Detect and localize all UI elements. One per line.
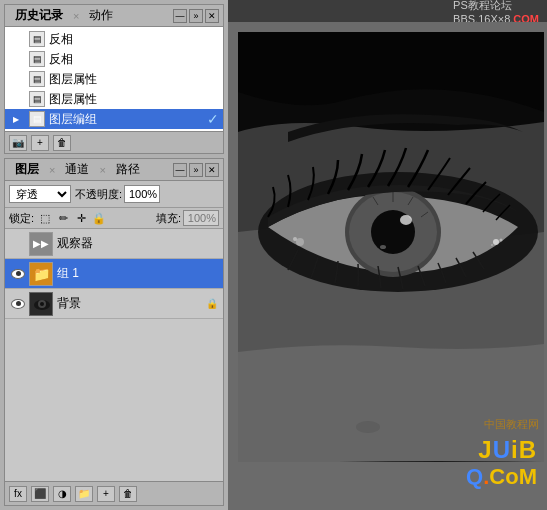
lock-transparent-icon[interactable]: ⬚ [38,211,52,225]
left-panel: 历史记录 × 动作 — » ✕ ▤ 反相 ▤ 反相 [0,0,228,510]
eye-illustration [238,32,544,462]
svg-point-17 [500,239,503,242]
history-item-2[interactable]: ▤ 反相 [5,49,223,69]
panel-expand-btn[interactable]: » [189,9,203,23]
layer-delete-btn[interactable]: 🗑 [119,486,137,502]
layer-1-icon: ▶▶ [29,232,53,256]
opacity-control: 不透明度: [75,185,160,203]
layer-item-3[interactable]: 背景 🔒 [5,289,223,319]
lock-controls-row: 锁定: ⬚ ✏ ✛ 🔒 填充: [5,208,223,229]
layer-3-name: 背景 [57,295,205,312]
history-item-2-icon: ▤ [29,51,45,67]
layer-style-btn[interactable]: fx [9,486,27,502]
history-item-4-icon: ▤ [29,91,45,107]
layer-1-name: 观察器 [57,235,219,252]
layer-item-1[interactable]: ▶▶ 观察器 [5,229,223,259]
layers-panel-controls: — » ✕ [173,163,219,177]
layer-mask-btn[interactable]: ⬛ [31,486,49,502]
canvas-area: PS教程论坛 BBS.16X×8.COM [228,0,547,510]
svg-point-14 [400,215,412,225]
history-item-1[interactable]: ▤ 反相 [5,29,223,49]
lock-move-icon[interactable]: ✛ [74,211,88,225]
fill-input[interactable] [183,210,219,226]
layers-panel-minimize-btn[interactable]: — [173,163,187,177]
tab-layers[interactable]: 图层 [9,159,45,180]
ps-site-label: PS教程论坛 BBS.16X×8.COM [453,0,539,25]
layer-item-2[interactable]: 📁 组 1 [5,259,223,289]
watermark-qcom: Q.CoM [466,464,537,490]
layer-2-name: 组 1 [57,265,219,282]
layers-list: ▶▶ 观察器 📁 组 1 [5,229,223,481]
layer-2-visibility[interactable] [9,265,27,283]
eye-pupil-3 [16,301,21,306]
history-panel: 历史记录 × 动作 — » ✕ ▤ 反相 ▤ 反相 [4,4,224,154]
watermark-area: JUiB Q.CoM [466,436,537,490]
watermark-com: CoM [489,464,537,489]
eye-icon-3 [11,299,25,309]
layer-3-lock-icon: 🔒 [205,297,219,311]
history-item-5[interactable]: ▤ 图层编组 ✓ [5,109,223,129]
svg-point-18 [491,244,493,246]
layer-adjustment-btn[interactable]: ◑ [53,486,71,502]
watermark-q: Q [466,464,483,489]
svg-point-19 [296,238,304,246]
panel-close-btn[interactable]: ✕ [205,9,219,23]
svg-point-20 [293,237,297,241]
canvas-image: 中国教程网 [238,32,544,462]
watermark-main: JUiB [478,436,537,464]
layer-3-visibility[interactable] [9,295,27,313]
layer-group-btn[interactable]: 📁 [75,486,93,502]
watermark-u: U [493,436,511,463]
history-item-5-check: ✓ [207,111,219,127]
lock-label: 锁定: [9,211,34,226]
svg-point-16 [493,239,499,245]
eye-pupil-2 [16,271,21,276]
canvas-wrapper: 中国教程网 JUiB Q.CoM [228,22,547,510]
panel-controls: — » ✕ [173,9,219,23]
fill-control: 填充: [156,210,219,226]
layers-blend-row: 穿透 不透明度: [5,181,223,208]
watermark-ib: iB [511,436,537,463]
tab-sep-2: × [49,164,55,176]
history-item-3[interactable]: ▤ 图层属性 [5,69,223,89]
history-delete-btn[interactable]: 🗑 [53,135,71,151]
watermark-j: J [478,436,492,463]
svg-point-15 [380,245,386,249]
layer-2-icon: 📁 [29,262,53,286]
history-item-3-icon: ▤ [29,71,45,87]
tab-channels[interactable]: 通道 [59,159,95,180]
svg-point-21 [356,421,380,433]
layers-panel-expand-btn[interactable]: » [189,163,203,177]
layer-1-visibility[interactable] [9,235,27,253]
lock-paint-icon[interactable]: ✏ [56,211,70,225]
main-container: 历史记录 × 动作 — » ✕ ▤ 反相 ▤ 反相 [0,0,547,510]
tab-actions[interactable]: 动作 [83,5,119,26]
blend-mode-select[interactable]: 穿透 [9,185,71,203]
tab-history[interactable]: 历史记录 [9,5,69,26]
fill-label: 填充: [156,211,181,226]
layers-panel: 图层 × 通道 × 路径 — » ✕ 穿透 不透明度: [4,158,224,506]
history-snapshot-btn[interactable]: 📷 [9,135,27,151]
history-panel-header: 历史记录 × 动作 — » ✕ [5,5,223,27]
layers-panel-close-btn[interactable]: ✕ [205,163,219,177]
svg-point-3 [40,302,44,306]
history-list: ▤ 反相 ▤ 反相 ▤ 图层属性 ▤ 图层属性 ▤ 图层编组 [5,27,223,131]
opacity-input[interactable] [124,185,160,203]
history-footer: 📷 + 🗑 [5,131,223,153]
panel-minimize-btn[interactable]: — [173,9,187,23]
layer-3-thumbnail [29,292,53,316]
opacity-label: 不透明度: [75,187,122,202]
eye-icon-2 [11,269,25,279]
tab-paths[interactable]: 路径 [110,159,146,180]
history-item-5-icon: ▤ [29,111,45,127]
cn-watermark: 中国教程网 [484,417,539,432]
tab-separator: × [73,10,79,22]
tab-sep-3: × [99,164,105,176]
history-item-4[interactable]: ▤ 图层属性 [5,89,223,109]
layer-new-btn[interactable]: + [97,486,115,502]
lock-all-icon[interactable]: 🔒 [92,211,106,225]
top-bar: PS教程论坛 BBS.16X×8.COM [228,0,547,22]
history-item-1-icon: ▤ [29,31,45,47]
layers-panel-header: 图层 × 通道 × 路径 — » ✕ [5,159,223,181]
history-new-btn[interactable]: + [31,135,49,151]
